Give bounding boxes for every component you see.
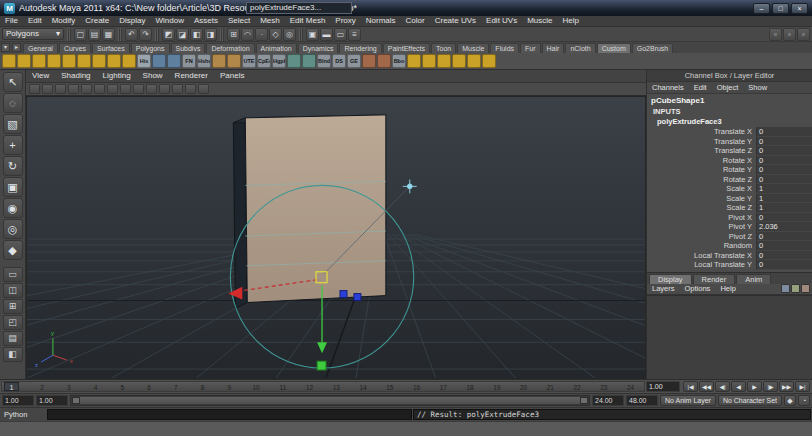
current-frame-marker[interactable]: 1 <box>4 382 19 391</box>
command-input[interactable] <box>47 409 412 420</box>
selection-mask-icon[interactable]: ◩ <box>162 28 175 41</box>
channel-name[interactable]: Pivot X <box>647 213 756 223</box>
snap-icon[interactable]: ◇ <box>269 28 282 41</box>
channel-value-field[interactable]: 0 <box>756 251 812 261</box>
shelf-button[interactable] <box>437 54 451 68</box>
frame-number[interactable]: 23 <box>591 382 618 391</box>
channel-name[interactable]: Pivot Z <box>647 232 756 242</box>
panel-menu-item[interactable]: Renderer <box>169 70 214 82</box>
snap-icon[interactable]: ⊞ <box>227 28 240 41</box>
shelf-button[interactable] <box>302 54 316 68</box>
snap-icon[interactable]: ◠ <box>241 28 254 41</box>
panel-toolbar-icon[interactable] <box>133 84 144 94</box>
frame-number[interactable]: 8 <box>189 382 216 391</box>
shelf-tab[interactable]: Curves <box>59 43 91 53</box>
shelf-button[interactable] <box>167 54 181 68</box>
shelf-tab[interactable]: Surfaces <box>92 43 130 53</box>
panel-toolbar-icon[interactable] <box>159 84 170 94</box>
channel-name[interactable]: Translate X <box>647 127 756 137</box>
shelf-tab[interactable]: Deformation <box>206 43 254 53</box>
channel-box-menu-item[interactable]: Object <box>712 82 744 93</box>
channel-value-field[interactable]: 1 <box>756 194 812 204</box>
playback-button[interactable]: ▶ <box>747 381 762 392</box>
frame-number[interactable]: 15 <box>377 382 404 391</box>
shelf-tab[interactable]: Dynamics <box>298 43 339 53</box>
channel-value-field[interactable]: 0 <box>756 241 812 251</box>
shelf-button[interactable]: Bbo <box>392 54 406 68</box>
anim-layer-dropdown[interactable]: No Anim Layer <box>660 395 716 406</box>
selection-mode-dropdown[interactable]: Polygons ▾ <box>2 28 64 40</box>
shelf-button[interactable] <box>377 54 391 68</box>
playback-button[interactable]: ◀ <box>731 381 746 392</box>
layer-editor-menu-item[interactable]: Help <box>715 284 740 294</box>
playback-button[interactable]: ◀| <box>715 381 730 392</box>
panel-toolbar-icon[interactable] <box>198 84 209 94</box>
channel-value-field[interactable]: 0 <box>756 213 812 223</box>
sidebar-toggle-icon[interactable]: ▫ <box>783 28 796 41</box>
status-separator[interactable] <box>155 28 159 41</box>
render-icon[interactable]: ≡ <box>348 28 361 41</box>
layer-editor-tab[interactable]: Display <box>649 274 692 284</box>
selection-mask-icon[interactable]: ◧ <box>190 28 203 41</box>
frame-number[interactable]: 7 <box>163 382 190 391</box>
playback-button[interactable]: ▶| <box>795 381 810 392</box>
frame-number[interactable]: 14 <box>350 382 377 391</box>
channel-value-field[interactable]: 0 <box>756 175 812 185</box>
shelf-tab[interactable]: Hair <box>542 43 565 53</box>
channel-name[interactable]: Scale Y <box>647 194 756 204</box>
channel-name[interactable]: Random <box>647 241 756 251</box>
menu-item[interactable]: Create <box>80 16 114 26</box>
shelf-button[interactable] <box>32 54 46 68</box>
render-icon[interactable]: ▭ <box>334 28 347 41</box>
status-separator[interactable] <box>299 28 303 41</box>
tool-icon[interactable]: + <box>3 135 23 155</box>
shelf-button[interactable] <box>212 54 226 68</box>
viewport-canvas[interactable]: y x z <box>26 96 646 379</box>
channel-value-field[interactable]: 0 <box>756 260 812 270</box>
frame-number[interactable]: 21 <box>537 382 564 391</box>
channel-value-field[interactable]: 0 <box>756 165 812 175</box>
menu-item[interactable]: Proxy <box>330 16 360 26</box>
shape-node-name[interactable]: pCubeShape1 <box>647 94 812 106</box>
render-icon[interactable]: ▬ <box>320 28 333 41</box>
panel-toolbar-icon[interactable] <box>107 84 118 94</box>
shelf-button[interactable]: Blnd <box>317 54 331 68</box>
shelf-button[interactable]: DS <box>332 54 346 68</box>
channel-name[interactable]: Translate Y <box>647 137 756 147</box>
create-layer-icon[interactable] <box>801 284 810 293</box>
playback-end-field[interactable]: 24.00 <box>592 395 624 406</box>
file-operation-icon[interactable]: ▦ <box>102 28 115 41</box>
frame-number[interactable]: 6 <box>136 382 163 391</box>
frame-number[interactable]: 13 <box>323 382 350 391</box>
layout-shortcut-icon[interactable]: ▭ <box>3 267 23 282</box>
status-separator[interactable] <box>118 28 122 41</box>
menu-item[interactable]: Normals <box>361 16 401 26</box>
shelf-button[interactable]: UTE <box>242 54 256 68</box>
render-icon[interactable]: ▣ <box>306 28 319 41</box>
playback-button[interactable]: ▶▶ <box>779 381 794 392</box>
shelf-button[interactable] <box>482 54 496 68</box>
range-handle-right[interactable] <box>580 397 588 404</box>
shelf-tab[interactable]: Toon <box>431 43 456 53</box>
animation-preferences-icon[interactable]: ◔ <box>798 395 810 406</box>
tool-icon[interactable]: ↻ <box>3 156 23 176</box>
tool-icon[interactable]: ◌ <box>3 93 23 113</box>
range-slider-bar[interactable] <box>72 397 588 404</box>
frame-number[interactable]: 10 <box>243 382 270 391</box>
tool-icon[interactable]: ▧ <box>3 114 23 134</box>
character-set-dropdown[interactable]: No Character Set <box>718 395 782 406</box>
channel-name[interactable]: Rotate Z <box>647 175 756 185</box>
layout-shortcut-icon[interactable]: ◧ <box>3 347 23 362</box>
shelf-button[interactable]: FN <box>182 54 196 68</box>
menu-item[interactable]: Modify <box>47 16 81 26</box>
shelf-button[interactable]: His <box>137 54 151 68</box>
panel-toolbar-icon[interactable] <box>172 84 183 94</box>
frame-number[interactable]: 19 <box>484 382 511 391</box>
frame-number[interactable]: 17 <box>430 382 457 391</box>
shelf-tab[interactable]: General <box>23 43 58 53</box>
panel-toolbar-icon[interactable] <box>29 84 40 94</box>
shelf-tab[interactable]: Go2Brush <box>632 43 674 53</box>
maximize-icon[interactable]: □ <box>772 3 789 14</box>
panel-toolbar-icon[interactable] <box>81 84 92 94</box>
frame-number[interactable]: 22 <box>564 382 591 391</box>
